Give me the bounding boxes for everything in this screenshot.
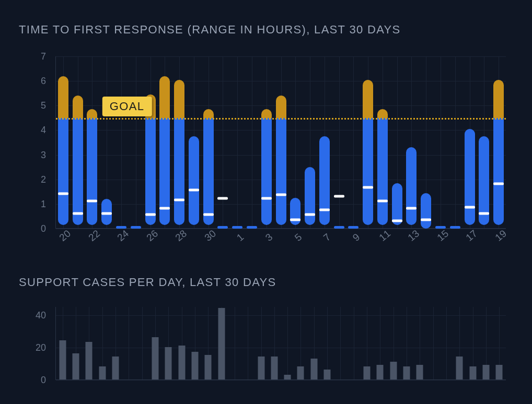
chart2-bar <box>390 362 397 379</box>
chart1-range-bar <box>363 80 373 225</box>
chart1-bar-over-goal <box>377 109 388 118</box>
chart1-range-bar <box>377 109 388 225</box>
chart1-plot: GOAL <box>55 56 506 229</box>
chart2-bar <box>218 308 225 379</box>
chart1-y-tick-label: 2 <box>41 174 46 185</box>
chart1-goal-line <box>56 118 506 120</box>
chart1-range-bar <box>247 226 257 229</box>
chart2-bar <box>496 365 503 379</box>
chart1-mark <box>174 198 184 201</box>
chart1-range-bar <box>73 96 83 225</box>
chart1-bar-under-goal <box>392 183 402 225</box>
chart1-x-tick-label: 17 <box>464 228 480 243</box>
chart1-mark <box>145 213 156 216</box>
chart1-bar-under-goal <box>493 118 504 225</box>
chart1-bar-under-goal <box>87 118 97 225</box>
chart2-bar <box>469 366 476 379</box>
chart1-gridline-v <box>237 56 238 228</box>
chart2-bar <box>112 357 119 379</box>
chart1-range-bar <box>189 136 199 225</box>
chart1-range-bar <box>87 109 97 225</box>
chart1-bar-under-goal <box>319 136 330 225</box>
chart1-bar-over-goal <box>87 109 97 118</box>
chart1-gridline-v <box>455 56 456 228</box>
chart1-bar-over-goal <box>73 96 83 117</box>
chart1-bar-under-goal <box>450 226 460 229</box>
chart2-gridline-v <box>287 307 288 379</box>
chart1-y-tick-label: 4 <box>41 125 46 136</box>
chart1-bar-under-goal <box>116 226 126 229</box>
chart1-mark <box>276 194 286 196</box>
chart1-bar-under-goal <box>189 136 199 225</box>
chart1-range-bar <box>493 80 504 225</box>
chart1-gridline-v <box>136 56 136 228</box>
chart1-range-bar <box>465 129 475 225</box>
chart2-gridline-v <box>235 307 235 379</box>
chart1-x-tick-label: 3 <box>263 231 275 244</box>
chart1-bar-under-goal <box>348 226 358 229</box>
chart1-bar-over-goal <box>58 76 68 118</box>
chart1-bar-over-goal <box>159 76 170 118</box>
chart1-bar-under-goal <box>276 118 286 225</box>
chart2-bar <box>99 366 106 379</box>
chart1-x-tick-label: 7 <box>321 231 333 244</box>
chart1-mark <box>73 212 83 215</box>
chart1-y-axis: 01234567 <box>19 56 50 229</box>
chart1-range-bar <box>261 109 272 225</box>
chart1-y-tick-label: 3 <box>41 149 46 160</box>
chart1-range-bar <box>392 183 402 225</box>
chart1-bar-under-goal <box>174 118 184 225</box>
chart1-gridline-v <box>252 56 252 228</box>
chart1-mark <box>217 197 228 200</box>
chart1-range-bar <box>174 80 184 225</box>
chart1-range-bar <box>58 76 68 225</box>
chart2-bar <box>152 337 158 379</box>
chart1-mark <box>465 206 475 208</box>
chart1-range-bar <box>319 136 330 225</box>
chart1-mark <box>406 207 417 210</box>
chart1-bar-under-goal <box>406 147 417 225</box>
chart1-bar-under-goal <box>305 167 315 225</box>
chart1-mark <box>479 212 489 215</box>
chart1-x-tick-label: 19 <box>493 228 509 243</box>
chart2-bar <box>364 366 371 379</box>
chart1-y-tick-label: 1 <box>41 198 46 209</box>
chart1-bar-under-goal <box>421 193 431 229</box>
chart1-range-bar <box>406 147 417 225</box>
chart1-range-bar <box>421 193 431 229</box>
chart1-x-tick-label: 30 <box>202 228 218 243</box>
chart1-bar-under-goal <box>247 226 257 229</box>
chart2-bar <box>310 359 317 379</box>
chart2-gridline-v <box>129 307 129 379</box>
chart1-mark <box>189 188 199 191</box>
chart1-bar-over-goal <box>174 80 184 118</box>
chart1-mark <box>290 218 300 221</box>
chart1-x-tick-label: 1 <box>234 231 246 244</box>
chart2-bar <box>456 357 463 379</box>
chart2-bar <box>324 370 331 379</box>
chart2-y-tick-label: 20 <box>36 342 46 353</box>
chart1-gridline-v <box>339 56 340 228</box>
chart1-y-tick-label: 7 <box>41 51 46 62</box>
chart1-x-tick-label: 24 <box>115 228 131 243</box>
chart1-gridline-v <box>441 56 441 228</box>
chart2-plot <box>55 307 506 380</box>
chart1-bar-over-goal <box>203 109 214 118</box>
chart1-mark <box>392 219 402 222</box>
chart2-bar <box>377 365 384 379</box>
chart1-range-bar <box>116 226 126 229</box>
chart1-range-bar <box>348 226 358 229</box>
chart1-mark <box>305 213 315 216</box>
chart1-bar-under-goal <box>145 118 156 225</box>
chart1-x-tick-label: 20 <box>57 228 73 243</box>
chart2-gridline-v <box>248 307 248 379</box>
chart1-goal-badge: GOAL <box>102 97 152 116</box>
chart1-mark <box>377 200 388 203</box>
chart2-gridline-v <box>433 307 434 379</box>
chart1-mark <box>261 197 272 200</box>
chart1-bar-under-goal <box>203 118 214 225</box>
chart1-bar-under-goal <box>334 226 344 229</box>
chart1-x-tick-label: 11 <box>377 228 392 243</box>
chart1-mark <box>58 193 68 195</box>
chart1-range-bar <box>290 198 300 225</box>
